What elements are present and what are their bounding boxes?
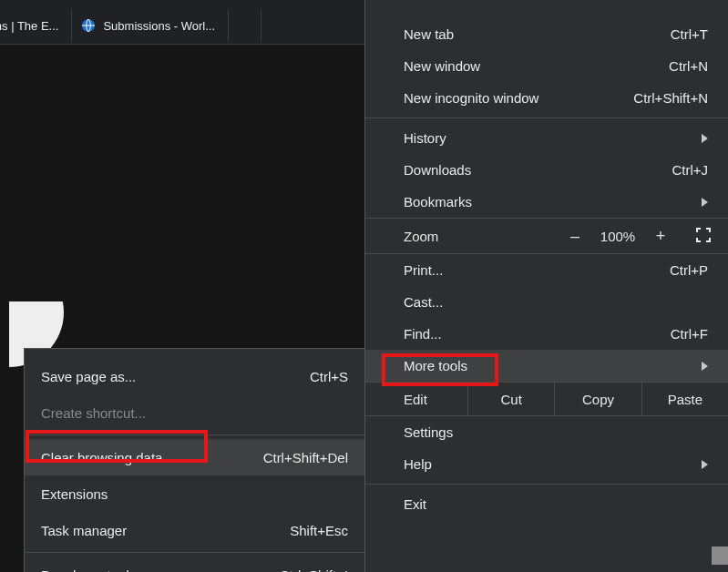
zoom-in-button[interactable]: + (642, 227, 679, 246)
submenu-arrow-icon (702, 134, 708, 143)
menu-label: Downloads (404, 162, 471, 178)
menu-label: Help (404, 456, 432, 472)
menu-separator (25, 434, 364, 435)
menu-shortcut: Ctrl+T (671, 26, 708, 42)
menu-shortcut: Ctrl+Shift+N (633, 90, 708, 106)
menu-item-settings[interactable]: Settings (365, 416, 728, 448)
menu-label: Zoom (404, 229, 438, 244)
menu-shortcut: Shift+Esc (290, 523, 348, 538)
submenu-item-clear-browsing-data[interactable]: Clear browsing data... Ctrl+Shift+Del (25, 439, 364, 475)
more-tools-submenu: Save page as... Ctrl+S Create shortcut..… (24, 348, 364, 572)
menu-shortcut: Ctrl+J (672, 162, 708, 178)
menu-label: Exit (404, 496, 426, 512)
submenu-item-save-page[interactable]: Save page as... Ctrl+S (25, 358, 364, 394)
menu-item-print[interactable]: Print... Ctrl+P (365, 254, 728, 286)
menu-label: Clear browsing data... (41, 450, 174, 465)
menu-separator (25, 552, 364, 553)
menu-item-exit[interactable]: Exit (365, 488, 728, 520)
menu-item-new-tab[interactable]: New tab Ctrl+T (365, 18, 728, 50)
main-menu: New tab Ctrl+T New window Ctrl+N New inc… (364, 0, 728, 572)
browser-tab[interactable]: missions | The E... (0, 10, 72, 41)
menu-shortcut: Ctrl+Shift+Del (263, 450, 348, 465)
menu-item-more-tools[interactable]: More tools (365, 350, 728, 382)
menu-label: Bookmarks (404, 194, 472, 209)
menu-label: Cast... (404, 294, 443, 310)
menu-shortcut: Ctrl+F (671, 326, 708, 342)
menu-item-new-incognito[interactable]: New incognito window Ctrl+Shift+N (365, 82, 728, 114)
globe-icon (81, 18, 96, 33)
menu-label: New window (404, 58, 480, 74)
menu-item-cast[interactable]: Cast... (365, 286, 728, 318)
menu-separator (365, 117, 728, 118)
submenu-item-developer-tools[interactable]: Developer tools Ctrl+Shift+I (25, 557, 364, 572)
submenu-arrow-icon (702, 362, 708, 371)
menu-label: Edit (404, 392, 467, 407)
menu-label: Settings (404, 424, 453, 440)
submenu-item-extensions[interactable]: Extensions (25, 475, 364, 512)
submenu-item-task-manager[interactable]: Task manager Shift+Esc (25, 512, 364, 548)
menu-shortcut: Ctrl+Shift+I (280, 567, 348, 573)
menu-item-history[interactable]: History (365, 122, 728, 154)
menu-item-edit-row: Edit Cut Copy Paste (365, 382, 728, 416)
browser-tab[interactable]: Submissions - Worl... (72, 10, 229, 41)
menu-label: Task manager (41, 523, 127, 538)
menu-label: New incognito window (404, 90, 538, 106)
tab-title: missions | The E... (0, 19, 58, 33)
browser-tab[interactable] (229, 10, 261, 41)
menu-label: New tab (404, 26, 454, 42)
zoom-out-button[interactable]: – (557, 227, 593, 246)
menu-label: Print... (404, 262, 443, 278)
edit-cut-button[interactable]: Cut (467, 383, 554, 415)
menu-item-zoom: Zoom – 100% + (365, 218, 728, 254)
menu-label: Extensions (41, 486, 108, 502)
menu-item-downloads[interactable]: Downloads Ctrl+J (365, 154, 728, 186)
menu-label: Find... (404, 326, 442, 342)
edit-copy-button[interactable]: Copy (554, 383, 641, 415)
menu-shortcut: Ctrl+S (310, 369, 348, 384)
submenu-arrow-icon (702, 198, 708, 207)
menu-label: More tools (404, 358, 467, 373)
menu-shortcut: Ctrl+N (669, 58, 708, 74)
menu-label: Developer tools (41, 567, 136, 573)
menu-label: Save page as... (41, 369, 136, 384)
menu-label: Create shortcut... (41, 405, 146, 421)
menu-item-bookmarks[interactable]: Bookmarks (365, 186, 728, 218)
tab-title: Submissions - Worl... (103, 19, 215, 33)
menu-label: History (404, 130, 446, 146)
submenu-arrow-icon (702, 460, 708, 469)
zoom-value: 100% (593, 229, 642, 244)
fullscreen-icon[interactable] (695, 227, 712, 246)
menu-item-new-window[interactable]: New window Ctrl+N (365, 50, 728, 82)
menu-separator (365, 484, 728, 485)
submenu-item-create-shortcut[interactable]: Create shortcut... (25, 394, 364, 431)
scrollbar-fragment (712, 546, 728, 565)
edit-paste-button[interactable]: Paste (641, 383, 728, 415)
menu-item-find[interactable]: Find... Ctrl+F (365, 318, 728, 350)
menu-item-help[interactable]: Help (365, 448, 728, 480)
menu-shortcut: Ctrl+P (670, 262, 708, 278)
